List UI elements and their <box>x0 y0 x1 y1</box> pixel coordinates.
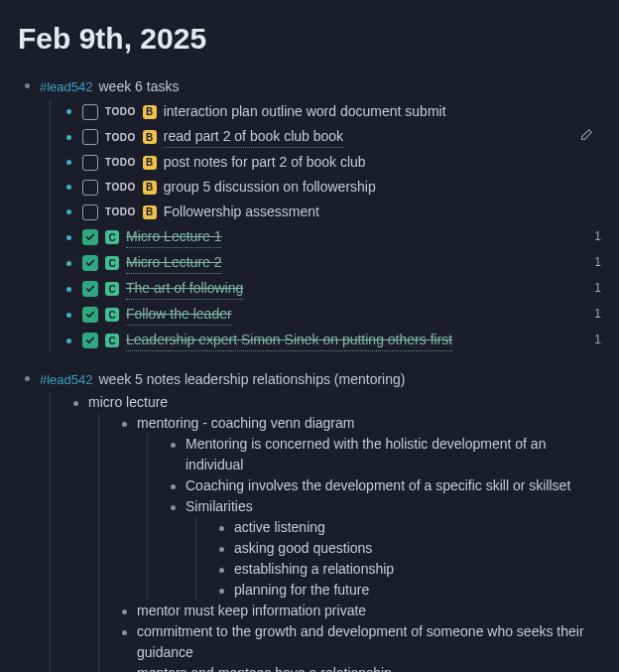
bullet-icon <box>66 135 71 140</box>
section-week5[interactable]: #lead542 week 5 notes leadership relatio… <box>18 367 601 672</box>
note-text: commitment to the growth and development… <box>137 623 584 660</box>
task-text[interactable]: Follow the leader <box>126 304 232 326</box>
task-text[interactable]: Leadership expert Simon Sinek on putting… <box>126 330 452 351</box>
task-list: TODOBinteraction plan outline word docum… <box>66 99 601 353</box>
spacer <box>18 353 601 367</box>
note-item[interactable]: Similaritiesactive listeningasking good … <box>164 496 601 601</box>
todo-label: TODO <box>105 104 136 119</box>
task-row[interactable]: CMicro Lecture 21 <box>66 250 601 276</box>
ref-count: 1 <box>594 227 601 245</box>
note-item[interactable]: Mentoring is concerned with the holistic… <box>164 434 601 475</box>
task-row[interactable]: TODOBinteraction plan outline word docum… <box>66 99 601 124</box>
ref-count: 1 <box>594 253 601 271</box>
bullet-icon <box>66 160 71 165</box>
bullet-icon <box>66 261 71 266</box>
section-header: week 6 tasks <box>99 76 180 97</box>
bullet-icon <box>66 185 71 190</box>
task-text[interactable]: The art of following <box>126 278 243 300</box>
edit-icon[interactable] <box>579 127 593 148</box>
note-text: Coaching involves the development of a s… <box>186 477 570 493</box>
priority-badge: B <box>143 130 157 144</box>
bullet-icon <box>66 313 71 318</box>
task-checkbox[interactable] <box>82 333 98 348</box>
priority-badge: B <box>143 156 157 170</box>
todo-label: TODO <box>105 130 136 145</box>
task-text[interactable]: Micro Lecture 1 <box>126 226 221 248</box>
ref-count: 1 <box>594 305 601 323</box>
section-week6[interactable]: #lead542 week 6 tasks TODOBinteraction p… <box>18 74 601 353</box>
task-checkbox[interactable] <box>82 255 98 271</box>
note-text: Similarities <box>186 498 253 514</box>
note-item[interactable]: micro lecturementoring - coaching venn d… <box>66 392 601 672</box>
note-item[interactable]: asking good questions <box>212 538 601 559</box>
task-checkbox[interactable] <box>82 229 98 245</box>
hashtag-lead542[interactable]: #lead542 <box>40 77 93 97</box>
bullet-icon <box>66 209 71 214</box>
priority-badge: C <box>105 282 119 296</box>
section-header: week 5 notes leadership relationships (m… <box>99 369 406 390</box>
priority-badge: B <box>143 105 157 119</box>
note-text: planning for the future <box>234 582 369 598</box>
task-checkbox[interactable] <box>82 204 98 220</box>
task-row[interactable]: TODOBFollowership assessment <box>66 200 601 224</box>
note-item[interactable]: mentor must keep information private <box>115 601 601 621</box>
task-text[interactable]: Micro Lecture 2 <box>126 252 221 274</box>
hashtag-lead542[interactable]: #lead542 <box>40 370 93 390</box>
task-text: group 5 discussion on followership <box>164 177 376 198</box>
task-text: interaction plan outline word document s… <box>164 101 446 122</box>
priority-badge: C <box>105 256 119 270</box>
task-text[interactable]: read part 2 of book club book <box>164 126 343 148</box>
note-item[interactable]: planning for the future <box>212 580 601 601</box>
note-item[interactable]: mentors and mentees have a relationship <box>115 663 601 672</box>
priority-badge: B <box>143 205 157 219</box>
note-children: Mentoring is concerned with the holistic… <box>164 434 601 601</box>
task-row[interactable]: TODOBgroup 5 discussion on followership <box>66 175 601 200</box>
priority-badge: B <box>143 181 157 195</box>
priority-badge: C <box>105 230 119 244</box>
page-title: Feb 9th, 2025 <box>18 16 601 61</box>
task-row[interactable]: TODOBread part 2 of book club book <box>66 124 601 150</box>
task-checkbox[interactable] <box>82 104 98 120</box>
todo-label: TODO <box>105 155 136 170</box>
note-text: establishing a relationship <box>234 561 394 577</box>
bullet-icon <box>66 338 71 343</box>
note-text: mentor must keep information private <box>137 603 366 618</box>
task-checkbox[interactable] <box>82 180 98 196</box>
bullet-icon <box>66 287 71 292</box>
task-checkbox[interactable] <box>82 281 98 297</box>
notes-list: micro lecturementoring - coaching venn d… <box>66 392 601 672</box>
note-text: mentoring - coaching venn diagram <box>137 415 354 431</box>
task-row[interactable]: CMicro Lecture 11 <box>66 224 601 250</box>
task-row[interactable]: CLeadership expert Simon Sinek on puttin… <box>66 328 601 353</box>
task-checkbox[interactable] <box>82 155 98 171</box>
todo-label: TODO <box>105 180 136 195</box>
note-item[interactable]: Coaching involves the development of a s… <box>164 475 601 496</box>
priority-badge: C <box>105 334 119 347</box>
note-text: Mentoring is concerned with the holistic… <box>186 436 546 472</box>
note-text: micro lecture <box>88 394 168 410</box>
note-children: active listeningasking good questionsest… <box>212 517 601 601</box>
note-text: mentors and mentees have a relationship <box>137 665 392 672</box>
priority-badge: C <box>105 308 119 322</box>
task-row[interactable]: CFollow the leader1 <box>66 302 601 328</box>
task-row[interactable]: CThe art of following1 <box>66 276 601 302</box>
ref-count: 1 <box>594 331 601 348</box>
bullet-icon <box>66 235 71 240</box>
note-text: asking good questions <box>234 540 372 556</box>
note-item[interactable]: mentoring - coaching venn diagramMentori… <box>115 413 601 601</box>
note-item[interactable]: establishing a relationship <box>212 559 601 580</box>
outline-root: #lead542 week 6 tasks TODOBinteraction p… <box>18 74 601 672</box>
task-text: post notes for part 2 of book club <box>164 152 366 173</box>
note-item[interactable]: commitment to the growth and development… <box>115 621 601 663</box>
ref-count: 1 <box>594 279 601 297</box>
task-checkbox[interactable] <box>82 129 98 145</box>
note-children: mentoring - coaching venn diagramMentori… <box>115 413 601 672</box>
bullet-icon <box>66 109 71 114</box>
task-text: Followership assessment <box>164 202 319 222</box>
note-item[interactable]: active listening <box>212 517 601 538</box>
task-row[interactable]: TODOBpost notes for part 2 of book club <box>66 150 601 175</box>
task-checkbox[interactable] <box>82 307 98 323</box>
note-text: active listening <box>234 519 325 535</box>
todo-label: TODO <box>105 204 136 219</box>
page-root: Feb 9th, 2025 #lead542 week 6 tasks TODO… <box>0 0 619 672</box>
